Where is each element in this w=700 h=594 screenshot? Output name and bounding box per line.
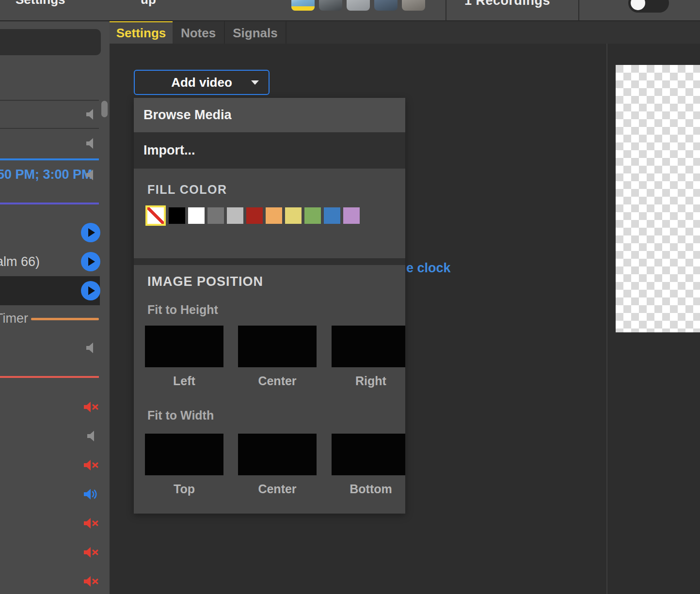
topbar-divider — [445, 0, 446, 20]
position-option-bottom[interactable]: Bottom — [332, 434, 405, 496]
user-avatar[interactable] — [374, 0, 398, 11]
section-separator — [134, 258, 405, 265]
add-video-button[interactable]: Add video — [134, 70, 270, 95]
swatch-bdbdbd[interactable] — [227, 207, 243, 224]
fit-to-width-label: Fit to Width — [147, 408, 214, 422]
speaker-muted-icon[interactable] — [82, 516, 100, 531]
topbar: Settings up 1 Recordings — [0, 0, 700, 21]
position-thumbnail[interactable] — [238, 434, 317, 475]
swatch-000000[interactable] — [169, 207, 185, 224]
position-thumbnail[interactable] — [332, 434, 405, 475]
position-option-label: Right — [332, 374, 405, 388]
tab-signals[interactable]: Signals — [225, 20, 286, 44]
fit-to-height-options: LeftCenterRight — [134, 326, 405, 393]
clock-link[interactable]: e clock — [406, 261, 451, 276]
position-thumbnail[interactable] — [145, 326, 223, 367]
swatch-7fae5d[interactable] — [304, 207, 321, 224]
speaker-icon[interactable] — [84, 429, 98, 443]
position-option-label: Center — [238, 374, 317, 388]
selection-line-red — [0, 376, 99, 378]
speaker-icon[interactable] — [83, 168, 97, 182]
speaker-icon[interactable] — [83, 107, 97, 122]
user-avatar[interactable] — [291, 0, 315, 11]
recordings-label: 1 Recordings — [464, 0, 550, 8]
toolbar-text-fragment: Settings — [16, 0, 65, 7]
toolbar-text-fragment: up — [141, 0, 156, 7]
position-thumbnail[interactable] — [332, 326, 405, 367]
fill-color-heading: FILL COLOR — [147, 183, 227, 197]
speaker-muted-icon[interactable] — [82, 458, 100, 472]
play-icon[interactable] — [80, 222, 101, 243]
position-option-right[interactable]: Right — [332, 326, 405, 388]
play-icon[interactable] — [80, 251, 101, 272]
add-video-dropdown: Browse Media Import... FILL COLOR IMAGE … — [134, 98, 405, 514]
menu-item-browse-media[interactable]: Browse Media — [134, 98, 405, 132]
transparent-preview — [616, 65, 700, 332]
position-option-top[interactable]: Top — [145, 434, 223, 496]
presence-avatars — [291, 0, 425, 11]
user-avatar[interactable] — [347, 0, 370, 11]
add-video-label: Add video — [171, 75, 232, 90]
fill-color-swatches — [145, 205, 360, 226]
app-root: Settings up 1 Recordings SettingsNotesSi… — [0, 0, 700, 594]
toggle-knob — [631, 0, 645, 10]
selection-line-purple — [0, 203, 99, 204]
sidebar: 50 PM; 3:00 PM alm 66) Timer — [0, 20, 110, 594]
speaker-muted-icon[interactable] — [82, 400, 100, 414]
row-divider — [0, 100, 99, 101]
dropdown-caret-icon — [251, 80, 259, 85]
tab-bar: SettingsNotesSignals — [110, 20, 700, 44]
position-option-label: Left — [145, 374, 223, 388]
speaker-icon[interactable] — [83, 136, 97, 151]
tab-notes[interactable]: Notes — [173, 20, 225, 44]
panel-divider — [606, 44, 607, 594]
swatch-3c7cc0[interactable] — [324, 207, 340, 224]
user-avatar[interactable] — [319, 0, 342, 11]
timer-item-label[interactable]: Timer — [0, 311, 28, 326]
swatch-bb8fca[interactable] — [343, 207, 360, 224]
position-option-left[interactable]: Left — [145, 326, 223, 388]
speaker-icon[interactable] — [83, 341, 97, 355]
toggle-switch[interactable] — [628, 0, 669, 13]
fit-to-height-label: Fit to Height — [147, 303, 218, 317]
position-option-center[interactable]: Center — [238, 326, 317, 388]
sidebar-scrollbar-thumb[interactable] — [101, 101, 108, 117]
swatch-ffffff[interactable] — [188, 207, 205, 224]
image-position-heading: IMAGE POSITION — [147, 274, 263, 289]
swatch-e3d574[interactable] — [285, 207, 302, 224]
user-avatar[interactable] — [402, 0, 425, 11]
swatch-a8241c[interactable] — [246, 207, 263, 224]
position-option-label: Center — [238, 482, 317, 496]
topbar-divider — [578, 0, 579, 20]
speaker-muted-icon[interactable] — [82, 574, 100, 589]
play-icon[interactable] — [80, 281, 101, 301]
sidebar-search-box[interactable] — [0, 29, 101, 55]
menu-item-import[interactable]: Import... — [134, 132, 405, 169]
speaker-muted-icon[interactable] — [82, 545, 100, 560]
swatch-757575[interactable] — [207, 207, 224, 224]
fit-to-width-options: TopCenterBottom — [134, 434, 405, 501]
position-thumbnail[interactable] — [238, 326, 317, 367]
song-item-label[interactable]: alm 66) — [0, 254, 40, 269]
speaker-on-icon[interactable] — [82, 487, 100, 501]
position-option-center[interactable]: Center — [238, 434, 317, 496]
selection-line-blue — [0, 158, 99, 160]
tab-settings[interactable]: Settings — [110, 20, 173, 44]
position-option-label: Top — [145, 482, 223, 496]
position-thumbnail[interactable] — [145, 434, 223, 475]
timer-progress-line — [31, 318, 99, 320]
row-divider — [0, 128, 99, 129]
position-option-label: Bottom — [332, 482, 405, 496]
swatch-f0ab61[interactable] — [266, 207, 282, 224]
service-time-label[interactable]: 50 PM; 3:00 PM — [0, 167, 93, 182]
swatch-none-selected[interactable] — [145, 205, 166, 226]
